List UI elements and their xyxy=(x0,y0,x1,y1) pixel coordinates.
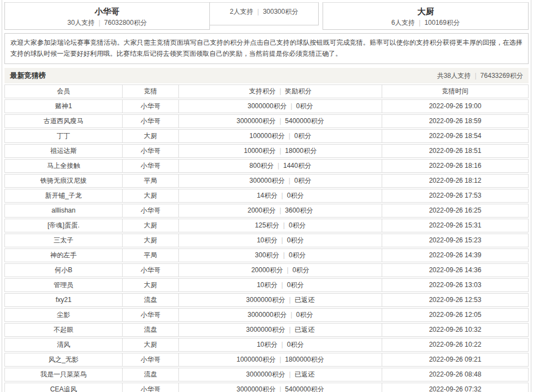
support-points: 800积分 xyxy=(250,162,274,169)
reward-points: 1800000积分 xyxy=(285,356,324,363)
points-cell: 3000000积分|已返还 xyxy=(178,294,382,306)
guess-cell: 小华哥 xyxy=(122,204,178,217)
member-cell: 风之_无影 xyxy=(5,353,122,366)
member-cell: 我是一只菜菜鸟 xyxy=(5,368,122,381)
table-row: 我是一只菜菜鸟流盘3000000积分|已返还2022-09-26 08:48 xyxy=(4,368,529,382)
reward-points: 0积分 xyxy=(287,192,304,199)
points-cell: 10积分|0积分 xyxy=(178,279,382,292)
table-row: fxy21流盘3000000积分|已返还2022-09-26 12:53 xyxy=(4,293,529,307)
board-title: 最新竞猜榜 xyxy=(10,71,46,81)
column-header-points: 支持积分|奖励积分 xyxy=(178,85,382,98)
reward-points: 0积分 xyxy=(294,177,312,184)
support-points: 3000000积分 xyxy=(246,326,286,333)
support-points: 3000000积分 xyxy=(236,385,276,392)
points-cell: 3000000积分|已返还 xyxy=(178,368,382,381)
table-row: 神的左手平局300积分|0积分2022-09-26 14:39 xyxy=(4,248,529,262)
board-total: 共38人支持|76433269积分 xyxy=(437,71,523,81)
separator: | xyxy=(281,281,283,289)
board-total-points: 76433269积分 xyxy=(481,72,523,80)
reward-points: 已返还 xyxy=(294,370,314,378)
column-header-time: 竞猜时间 xyxy=(382,85,528,98)
separator: | xyxy=(279,385,281,392)
guess-cell: 小华哥 xyxy=(122,309,178,321)
guess-cell: 大厨 xyxy=(122,189,178,202)
table-row: 不起眼流盘3000000积分|已返还2022-09-26 10:32 xyxy=(4,323,529,337)
points-cell: 3000000积分|0积分 xyxy=(178,100,382,113)
support-points: 125积分 xyxy=(255,221,279,229)
support-points: 3000000积分 xyxy=(246,370,286,378)
guess-cell: 大厨 xyxy=(122,234,178,247)
table-row: 马上全接触小华哥800积分|1440积分2022-09-26 18:16 xyxy=(4,159,529,173)
table-row: CEA追风小华哥3000000积分|5400000积分2022-09-26 07… xyxy=(4,383,529,392)
points-cell: 10积分|0积分 xyxy=(178,234,382,247)
support-points: 10积分 xyxy=(257,281,277,289)
points-cell: 800积分|1440积分 xyxy=(178,160,382,172)
support-points: 3000000积分 xyxy=(246,296,286,304)
column-header-guess: 竞猜 xyxy=(122,85,178,98)
separator: | xyxy=(279,117,281,125)
reward-points: 5400000积分 xyxy=(285,117,324,125)
support-points: 300000积分 xyxy=(250,177,285,184)
points-cell: 300积分|0积分 xyxy=(178,249,382,262)
member-cell: 三太子 xyxy=(5,234,122,247)
separator: | xyxy=(289,177,291,184)
time-cell: 2022-09-26 09:21 xyxy=(382,353,528,366)
team-right-supporters: 6人支持 xyxy=(392,19,415,27)
guess-cell: 小华哥 xyxy=(122,383,178,392)
table-row: 古道西风瘦马小华哥3000000积分|5400000积分2022-09-26 1… xyxy=(4,114,529,128)
reward-points: 3600积分 xyxy=(285,206,313,214)
points-cell: 3000000积分|5400000积分 xyxy=(178,383,382,392)
time-cell: 2022-09-26 14:39 xyxy=(382,249,528,262)
separator: | xyxy=(98,19,100,27)
guess-cell: 平局 xyxy=(122,174,178,187)
points-cell: 3000000积分|5400000积分 xyxy=(178,115,382,128)
separator: | xyxy=(283,251,285,259)
member-cell: 不起眼 xyxy=(5,324,122,336)
separator: | xyxy=(289,296,291,304)
separator: | xyxy=(281,341,283,348)
separator: | xyxy=(289,370,291,378)
time-cell: 2022-09-26 13:03 xyxy=(382,279,528,292)
time-cell: 2022-09-26 17:53 xyxy=(382,189,528,202)
team-stats-left: 30人支持|76032800积分 xyxy=(5,18,209,28)
board-header-bar: 最新竞猜榜 共38人支持|76433269积分 xyxy=(4,68,529,83)
time-cell: 2022-09-26 12:05 xyxy=(382,309,528,321)
time-cell: 2022-09-26 10:22 xyxy=(382,338,528,351)
separator: | xyxy=(279,206,281,214)
time-cell: 2022-09-26 07:32 xyxy=(382,383,528,392)
points-cell: 1000000积分|1800000积分 xyxy=(178,353,382,366)
table-row: alllishan小华哥2000积分|3600积分2022-09-26 16:2… xyxy=(4,204,529,218)
separator: | xyxy=(474,72,476,80)
separator: | xyxy=(279,356,281,363)
points-cell: 3000000积分|已返还 xyxy=(178,324,382,336)
time-cell: 2022-09-26 08:48 xyxy=(382,368,528,381)
team-button-left[interactable]: 小华哥 30人支持|76032800积分 xyxy=(4,2,210,30)
support-points: 10积分 xyxy=(257,236,277,244)
table-row: 清风大厨10积分|0积分2022-09-26 10:22 xyxy=(4,338,529,352)
table-row: 风之_无影小华哥1000000积分|1800000积分2022-09-26 09… xyxy=(4,353,529,367)
support-points: 10积分 xyxy=(257,341,277,348)
reward-points: 0积分 xyxy=(287,236,304,244)
support-points: 3000000积分 xyxy=(247,311,287,319)
reward-points: 0积分 xyxy=(294,132,312,140)
member-cell: 马上全接触 xyxy=(5,160,122,172)
team-right-points: 100169积分 xyxy=(424,19,460,27)
points-cell: 125积分|0积分 xyxy=(178,219,382,232)
member-cell: 神的左手 xyxy=(5,249,122,262)
table-row: 尘影小华哥3000000积分|0积分2022-09-26 12:05 xyxy=(4,308,529,322)
time-cell: 2022-09-26 10:32 xyxy=(382,324,528,336)
draw-button[interactable]: 2人支持|300300积分 xyxy=(209,2,319,25)
separator: | xyxy=(281,192,283,199)
guess-cell: 大厨 xyxy=(122,219,178,232)
time-cell: 2022-09-26 18:54 xyxy=(382,130,528,142)
table-row: 管理员大厨10积分|0积分2022-09-26 13:03 xyxy=(4,278,529,292)
draw-points: 300300积分 xyxy=(263,8,298,15)
guess-cell: 大厨 xyxy=(122,338,178,351)
table-row: 赌神1小华哥3000000积分|0积分2022-09-26 19:00 xyxy=(4,99,529,113)
member-cell: 古道西风瘦马 xyxy=(5,115,122,128)
team-button-right[interactable]: 大厨 6人支持|100169积分 xyxy=(323,2,529,30)
reward-points: 0积分 xyxy=(287,341,304,348)
guess-cell: 流盘 xyxy=(122,294,178,306)
table-row: 何小B小华哥20000积分|0积分2022-09-26 14:36 xyxy=(4,263,529,277)
rules-notice: 欢迎大家参加柒瑞论坛赛事竞猜活动。大家只需主竞猜页面填写自己支持的积分并点击自己… xyxy=(4,33,529,64)
